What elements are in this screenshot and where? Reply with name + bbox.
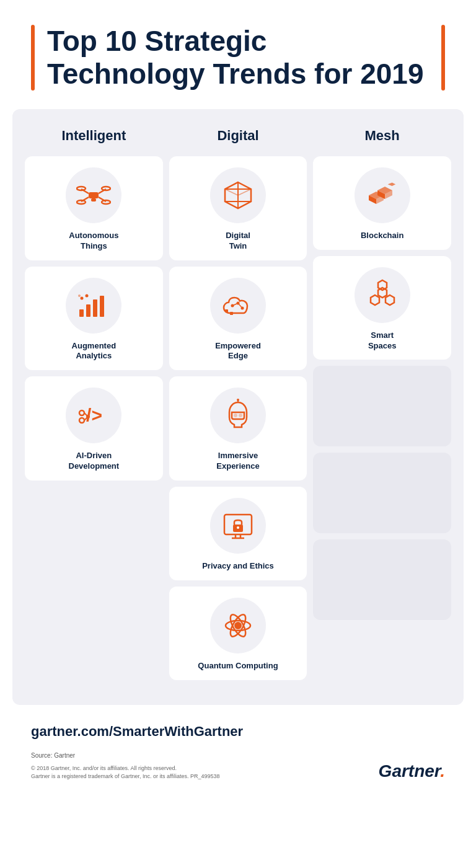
empty-mesh-2 [313, 453, 451, 533]
website-link: gartner.com/SmarterWithGartner [31, 724, 445, 740]
svg-rect-1 [91, 198, 96, 202]
ai-dev-icon: /> [77, 402, 110, 429]
card-immersive: ImmersiveExperience [169, 376, 307, 480]
svg-point-9 [102, 200, 110, 204]
card-quantum: Quantum Computing [169, 587, 307, 680]
svg-rect-35 [230, 312, 233, 315]
column-mesh-label: Mesh [365, 128, 400, 144]
card-ai-driven: /> AI-DrivenDevelopment [25, 376, 163, 480]
privacy-icon-container [210, 498, 266, 554]
svg-marker-59 [371, 295, 379, 305]
svg-point-16 [78, 294, 81, 297]
quantum-icon-container [210, 598, 266, 653]
gartner-logo: Gartner. [379, 761, 445, 781]
blockchain-icon [363, 182, 402, 209]
svg-marker-56 [387, 182, 395, 186]
privacy-icon [222, 511, 254, 541]
card-augmented-analytics: AugmentedAnalytics [25, 267, 163, 371]
immersive-label: ImmersiveExperience [216, 451, 259, 472]
svg-point-7 [102, 187, 110, 190]
svg-point-14 [81, 296, 84, 299]
card-empowered-edge: EmpoweredEdge [169, 267, 307, 371]
analytics-icon-container [66, 278, 121, 334]
card-blockchain: Blockchain [313, 156, 451, 250]
card-privacy: Privacy and Ethics [169, 487, 307, 580]
edge-icon-container [210, 278, 266, 334]
footer-bottom: © 2018 Gartner, Inc. and/or its affiliat… [31, 761, 445, 781]
smart-spaces-label: SmartSpaces [368, 330, 397, 352]
smart-spaces-icon [366, 278, 399, 312]
blockchain-icon-container [355, 167, 410, 223]
svg-point-22 [86, 415, 90, 418]
ai-dev-icon-container: /> [66, 388, 121, 443]
column-mesh: Mesh [313, 128, 451, 686]
columns-container: Intelligent [25, 128, 451, 686]
drone-icon-container [66, 167, 121, 223]
quantum-label: Quantum Computing [198, 661, 278, 671]
empty-mesh-3 [313, 539, 451, 620]
copyright-text: © 2018 Gartner, Inc. and/or its affiliat… [31, 764, 219, 781]
svg-point-37 [239, 414, 242, 417]
card-smart-spaces: SmartSpaces [313, 256, 451, 360]
header-left-accent [31, 25, 35, 91]
main-grid: Intelligent [12, 109, 464, 705]
immersive-icon [223, 399, 253, 432]
svg-rect-34 [225, 309, 228, 312]
digital-twin-label: DigitalTwin [226, 231, 250, 252]
svg-point-8 [77, 200, 86, 204]
column-intelligent: Intelligent [25, 128, 163, 686]
quantum-icon [221, 609, 255, 642]
blockchain-label: Blockchain [361, 231, 403, 241]
header-right-accent [441, 25, 445, 91]
svg-line-27 [238, 189, 251, 195]
svg-marker-60 [386, 295, 394, 305]
empty-mesh-1 [313, 366, 451, 446]
column-digital: Digital DigitalTwin [169, 128, 307, 686]
svg-point-46 [234, 622, 242, 629]
svg-point-19 [79, 418, 84, 423]
svg-point-39 [237, 399, 239, 401]
header: Top 10 Strategic Technology Trends for 2… [0, 0, 476, 109]
digital-twin-icon [221, 179, 255, 212]
svg-line-33 [238, 303, 242, 308]
svg-rect-13 [100, 296, 104, 317]
svg-rect-12 [93, 299, 97, 317]
empowered-edge-label: EmpoweredEdge [215, 341, 261, 362]
svg-marker-58 [378, 280, 387, 290]
ai-driven-label: AI-DrivenDevelopment [69, 451, 120, 472]
autonomous-things-label: AutonomousThings [69, 231, 118, 252]
svg-point-36 [234, 414, 237, 417]
svg-rect-10 [79, 309, 84, 317]
svg-point-15 [86, 294, 89, 297]
column-digital-label: Digital [217, 128, 258, 144]
svg-rect-0 [89, 192, 99, 198]
svg-rect-11 [86, 304, 90, 317]
card-autonomous-things: AutonomousThings [25, 156, 163, 260]
footer-section: gartner.com/SmarterWithGartner Source: G… [0, 705, 476, 787]
svg-point-18 [79, 410, 84, 415]
drone-icon [76, 183, 111, 208]
smart-spaces-icon-container [355, 267, 410, 323]
svg-point-6 [77, 187, 86, 190]
page-title: Top 10 Strategic Technology Trends for 2… [47, 25, 429, 91]
edge-icon [220, 292, 256, 319]
analytics-icon [77, 292, 110, 319]
source-text: Source: Gartner [31, 752, 445, 759]
card-digital-twin: DigitalTwin [169, 156, 307, 260]
immersive-icon-container [210, 388, 266, 443]
column-intelligent-label: Intelligent [61, 128, 126, 144]
svg-point-45 [237, 526, 239, 529]
privacy-label: Privacy and Ethics [202, 561, 274, 572]
augmented-analytics-label: AugmentedAnalytics [72, 341, 117, 362]
svg-line-28 [225, 189, 238, 195]
digital-twin-icon-container [210, 167, 266, 223]
